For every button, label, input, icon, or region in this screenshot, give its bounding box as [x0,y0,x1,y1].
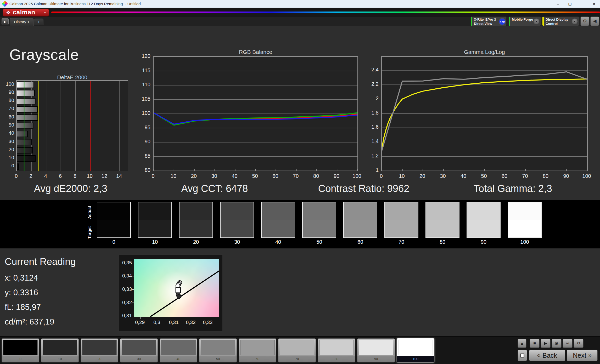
gamma-y-tick-label: 1,4 [361,138,379,144]
cie-x-tick-label: 0,29 [133,320,147,325]
back-button-label: Back [542,352,557,359]
cie-y-tick-label: 0,35 [120,260,132,266]
swatch-level-label: 100 [508,239,542,245]
rgb_balance-y-tick-label: 85 [133,153,150,159]
gamma-x-tick-label: 40 [458,173,469,179]
continuous-measure-button[interactable]: ∞ [563,339,573,348]
single-measure-button[interactable]: ◉ [552,339,562,348]
deltae-category-label: 70 [0,106,14,111]
collapse-panel-button[interactable]: ◀ [590,16,599,26]
pattern-button-20[interactable]: 20 [81,338,118,362]
gamma-x-tick-label: 20 [417,173,428,179]
rgb_balance-y-tick-label: 120 [133,53,150,59]
deltae-category-label: 20 [0,147,14,152]
settings-button[interactable]: ⚙ [580,16,589,26]
expand-tray-button[interactable]: ▲ [518,339,526,348]
pattern-button-label: 100 [397,356,434,362]
target-swatch [180,220,212,237]
deltae-x-tick-label: 2 [26,173,36,179]
swatch-patch-10 [138,202,172,238]
swatch-level-label: 80 [425,239,459,245]
deltae-bar-0 [17,164,19,169]
rgb_balance-y-tick-label: 95 [133,124,150,130]
actual-swatch [344,202,377,220]
pattern-button-label: 70 [278,356,316,362]
pattern-swatch [398,340,433,355]
back-button[interactable]: « Back [529,350,565,361]
tick-mark [140,317,141,319]
pattern-swatch [240,340,275,355]
gamma-y-tick-label: 2,2 [361,81,379,87]
gamma-series-measured [382,72,587,151]
gamma-y-tick-label: 2 [361,95,379,101]
pattern-button-10[interactable]: 10 [41,338,79,362]
cie-chromaticity-plot [134,259,219,317]
actual-swatch [426,202,459,220]
app-icon [2,1,8,7]
contrast-ratio-readout: Contrast Ratio: 9962 [298,183,429,195]
gamma-series-target [382,79,587,149]
pattern-button-100[interactable]: 100 [397,338,434,362]
current-reading-title: Current Reading [5,256,76,267]
gamma-x-tick-label: 100 [581,173,592,179]
swatch-patch-30 [220,202,254,238]
deltae-x-tick-label: 4 [40,173,51,179]
pattern-button-0[interactable]: 0 [2,338,39,362]
gamma-x-tick-label: 80 [540,173,551,179]
cie-x-tick-label: 0,31 [167,320,181,325]
title-bar: Calman 2025 Calman Ultimate for Business… [0,0,600,8]
pattern-swatch [359,340,393,355]
deltae-category-label: 100 [0,81,14,87]
pattern-button-70[interactable]: 70 [278,338,316,362]
reading-fl: fL: 185,97 [5,303,41,312]
measure-button[interactable]: ▶ [541,339,551,348]
target-swatch [303,220,336,237]
gamma-y-tick-label: 1,8 [361,110,379,116]
reset-button[interactable]: ↻ [574,339,584,348]
maximize-button[interactable]: ▢ [564,0,576,8]
pattern-button-50[interactable]: 50 [199,338,237,362]
layout-nav-button[interactable]: ▶ [2,18,9,25]
next-button[interactable]: Next » [567,350,598,361]
deltae-category-label: 80 [0,98,14,103]
pattern-button-30[interactable]: 30 [120,338,158,362]
calman-logo-icon: ❖ [6,10,11,15]
rgb_balance-x-tick-label: 80 [310,173,322,179]
rgb_balance-x-tick-label: 10 [168,173,179,179]
pattern-button-60[interactable]: 60 [239,338,276,362]
gamma-x-tick-label: 90 [560,173,572,179]
actual-swatch [467,202,500,220]
deltae-category-label: 10 [0,155,14,161]
add-tab-button[interactable]: + [34,19,43,25]
target-point-marker [176,288,181,293]
gamma-x-tick-label: 30 [437,173,449,179]
actual-swatch [138,202,171,220]
pattern-button-80[interactable]: 80 [318,338,355,362]
tab-history-1[interactable]: History 1 [10,18,33,26]
pattern-swatch [161,340,196,355]
next-chevrons-icon: » [588,352,592,359]
deltae-bar-60 [17,115,38,121]
pattern-window-button[interactable] [518,350,527,361]
stop-measure-button[interactable]: ■ [530,339,540,348]
chevron-left-icon: ◀ [593,19,596,24]
pattern-button-label: 80 [318,356,355,362]
pattern-button-40[interactable]: 40 [160,338,197,362]
minimize-button[interactable]: – [552,0,564,8]
tick-mark [132,316,134,316]
meter-count-badge[interactable]: 479 [499,18,506,25]
gear-icon: ⚙ [583,19,587,24]
cie-x-tick-label: 0,33 [201,320,215,325]
swatch-level-label: 10 [138,239,172,245]
pattern-button-label: 50 [199,356,237,362]
tick-mark [132,276,134,276]
reading-cdm2: cd/m²: 637,19 [5,317,54,327]
reading-y: y: 0,3316 [5,288,38,297]
close-button[interactable]: ✕ [588,0,600,8]
rgb_balance-y-tick-label: 115 [133,67,150,73]
source-select-dropdown[interactable]: Mobile Forge ▼ [508,16,541,26]
rgb_balance-x-tick-label: 30 [209,173,220,179]
pattern-button-90[interactable]: 90 [357,338,395,362]
display-control-dropdown[interactable]: Direct Display Control ▼ [542,16,579,26]
calman-menu-button[interactable]: ❖ calman ▼ [3,9,49,16]
